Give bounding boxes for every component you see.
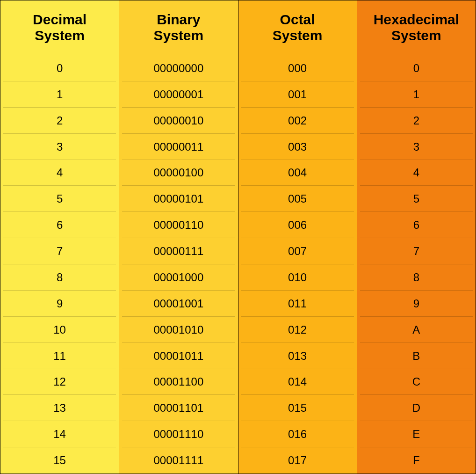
table-cell: 00001101 bbox=[119, 395, 238, 421]
table-cell: 13 bbox=[0, 395, 119, 421]
table-cell: 010 bbox=[238, 264, 357, 291]
table-cell: 013 bbox=[238, 343, 357, 369]
table-cell: 4 bbox=[357, 160, 476, 186]
header-octal: OctalSystem bbox=[238, 0, 357, 55]
column-binary: BinarySystem 000000000000000100000010000… bbox=[119, 0, 238, 474]
cells-decimal: 0123456789101112131415 bbox=[0, 55, 119, 474]
table-cell: 016 bbox=[238, 421, 357, 447]
table-cell: 7 bbox=[357, 238, 476, 264]
table-cell: 0 bbox=[0, 55, 119, 81]
table-cell: 014 bbox=[238, 369, 357, 395]
table-cell: 15 bbox=[0, 447, 119, 474]
table-cell: 5 bbox=[0, 186, 119, 212]
table-cell: 002 bbox=[238, 108, 357, 134]
table-cell: 015 bbox=[238, 395, 357, 421]
table-cell: 00001100 bbox=[119, 369, 238, 395]
cells-binary: 0000000000000001000000100000001100000100… bbox=[119, 55, 238, 474]
table-cell: 1 bbox=[0, 81, 119, 108]
table-cell: 00000111 bbox=[119, 238, 238, 264]
cells-octal: 0000010020030040050060070100110120130140… bbox=[238, 55, 357, 474]
table-cell: 007 bbox=[238, 238, 357, 264]
table-cell: 00000100 bbox=[119, 160, 238, 186]
column-octal: OctalSystem 0000010020030040050060070100… bbox=[238, 0, 357, 474]
table-cell: 1 bbox=[357, 81, 476, 108]
header-hexadecimal: HexadecimalSystem bbox=[357, 0, 476, 55]
table-cell: 012 bbox=[238, 317, 357, 343]
table-cell: 12 bbox=[0, 369, 119, 395]
table-cell: 006 bbox=[238, 212, 357, 238]
table-cell: 9 bbox=[357, 291, 476, 317]
table-cell: 011 bbox=[238, 291, 357, 317]
table-cell: 3 bbox=[0, 134, 119, 160]
table-cell: 3 bbox=[357, 134, 476, 160]
table-cell: B bbox=[357, 343, 476, 369]
table-cell: 00001011 bbox=[119, 343, 238, 369]
table-cell: 00001111 bbox=[119, 447, 238, 474]
header-binary: BinarySystem bbox=[119, 0, 238, 55]
table-cell: 000 bbox=[238, 55, 357, 81]
table-cell: 2 bbox=[0, 108, 119, 134]
table-cell: 00001001 bbox=[119, 291, 238, 317]
table-cell: 10 bbox=[0, 317, 119, 343]
table-cell: 00000010 bbox=[119, 108, 238, 134]
table-cell: 00000000 bbox=[119, 55, 238, 81]
table-cell: C bbox=[357, 369, 476, 395]
table-cell: 001 bbox=[238, 81, 357, 108]
table-cell: 003 bbox=[238, 134, 357, 160]
table-cell: 11 bbox=[0, 343, 119, 369]
cells-hexadecimal: 0123456789ABCDEF bbox=[357, 55, 476, 474]
table-cell: 00001010 bbox=[119, 317, 238, 343]
table-cell: 5 bbox=[357, 186, 476, 212]
table-cell: 6 bbox=[0, 212, 119, 238]
table-cell: E bbox=[357, 421, 476, 447]
table-cell: 004 bbox=[238, 160, 357, 186]
table-cell: 9 bbox=[0, 291, 119, 317]
table-cell: 2 bbox=[357, 108, 476, 134]
table-cell: 6 bbox=[357, 212, 476, 238]
table-cell: 005 bbox=[238, 186, 357, 212]
table-cell: 017 bbox=[238, 447, 357, 474]
table-cell: 00001000 bbox=[119, 264, 238, 291]
table-cell: 00000011 bbox=[119, 134, 238, 160]
column-decimal: DecimalSystem 0123456789101112131415 bbox=[0, 0, 119, 474]
column-hexadecimal: HexadecimalSystem 0123456789ABCDEF bbox=[357, 0, 476, 474]
header-decimal: DecimalSystem bbox=[0, 0, 119, 55]
table-cell: 00000110 bbox=[119, 212, 238, 238]
table-cell: 00000101 bbox=[119, 186, 238, 212]
table-cell: 8 bbox=[357, 264, 476, 291]
table-cell: 7 bbox=[0, 238, 119, 264]
table-cell: 00000001 bbox=[119, 81, 238, 108]
table-cell: D bbox=[357, 395, 476, 421]
table-cell: A bbox=[357, 317, 476, 343]
table-cell: 4 bbox=[0, 160, 119, 186]
table-cell: 0 bbox=[357, 55, 476, 81]
number-system-table: DecimalSystem 0123456789101112131415 Bin… bbox=[0, 0, 476, 474]
table-cell: F bbox=[357, 447, 476, 474]
table-cell: 00001110 bbox=[119, 421, 238, 447]
table-cell: 14 bbox=[0, 421, 119, 447]
table-cell: 8 bbox=[0, 264, 119, 291]
